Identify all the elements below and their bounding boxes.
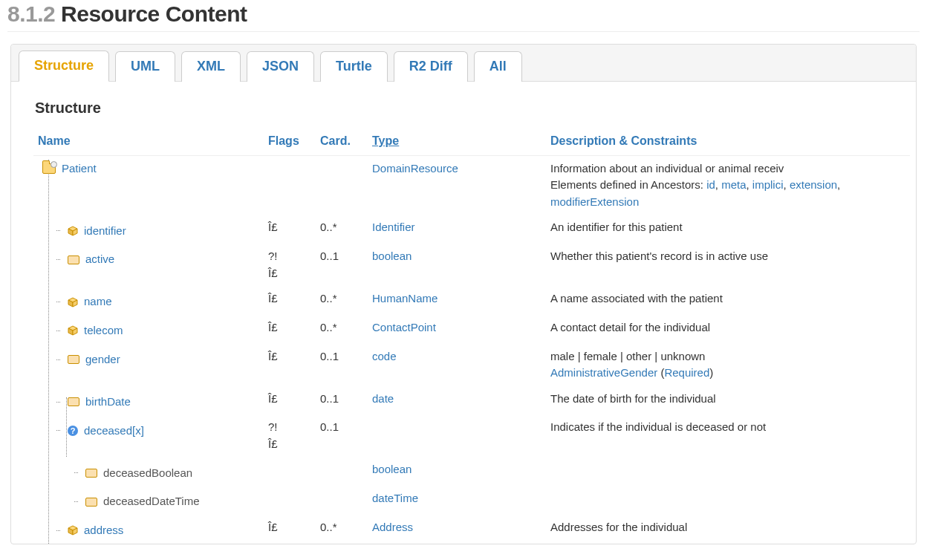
cardinality-cell: 0..1 <box>316 344 368 386</box>
type-link[interactable]: Identifier <box>372 221 415 233</box>
page-title-text: Resource Content <box>61 1 247 26</box>
table-row: nameÎ£0..*HumanNameA name associated wit… <box>33 286 910 315</box>
ancestor-link[interactable]: modifierExtension <box>550 195 639 208</box>
flags-cell <box>264 457 316 486</box>
primitive-icon <box>85 469 97 478</box>
primitive-icon <box>68 397 79 406</box>
name-cell: Patient <box>33 155 264 215</box>
type-cell: HumanName <box>368 286 546 315</box>
section-title: Structure <box>35 100 916 117</box>
cardinality-cell: 0..* <box>316 515 368 544</box>
element-name[interactable]: Patient <box>62 160 97 178</box>
datatype-icon <box>68 325 78 336</box>
ancestor-link[interactable]: id <box>706 178 715 191</box>
element-name[interactable]: identifier <box>84 223 126 240</box>
tab-xml[interactable]: XML <box>181 51 241 82</box>
flags-cell: Î£ <box>264 215 316 244</box>
type-link[interactable]: dateTime <box>372 492 418 504</box>
description-cell: A name associated with the patient <box>546 286 910 315</box>
description-cell: Indicates if the individual is deceased … <box>546 414 910 457</box>
binding-valueset-link[interactable]: AdministrativeGender <box>550 366 657 379</box>
table-row: addressÎ£0..*AddressAddresses for the in… <box>33 515 910 544</box>
type-cell: DomainResource <box>368 155 546 215</box>
element-name[interactable]: name <box>84 293 112 310</box>
ancestor-link[interactable]: extension <box>790 178 837 191</box>
type-link[interactable]: boolean <box>372 250 412 262</box>
flags-cell: ?!Î£ <box>264 244 316 286</box>
description-cell: An identifier for this patient <box>546 215 910 244</box>
cardinality-cell: 0..* <box>316 286 368 315</box>
tree-connector <box>56 530 60 531</box>
datatype-icon <box>68 525 78 535</box>
ancestor-link[interactable]: meta <box>721 178 746 191</box>
col-type[interactable]: Type <box>368 130 546 156</box>
type-link[interactable]: Address <box>372 521 413 533</box>
tab-all[interactable]: All <box>474 51 522 82</box>
element-name[interactable]: gender <box>85 351 120 368</box>
col-card[interactable]: Card. <box>316 130 368 156</box>
name-cell: deceasedDateTime <box>33 486 264 515</box>
col-name[interactable]: Name <box>33 130 264 156</box>
type-link[interactable]: boolean <box>372 463 412 475</box>
type-cell: code <box>368 344 546 386</box>
title-rule <box>7 31 920 32</box>
flags-cell: Î£ <box>264 386 316 415</box>
tree-connector <box>74 472 78 473</box>
table-row: deceasedBooleanboolean <box>33 457 910 486</box>
tree-connector <box>56 230 60 231</box>
name-cell: address <box>33 515 264 544</box>
flags-cell: ?!Î£ <box>264 414 316 457</box>
primitive-icon <box>85 498 97 507</box>
element-name[interactable]: active <box>85 251 114 268</box>
cardinality-cell <box>316 155 368 215</box>
tab-turtle[interactable]: Turtle <box>320 51 388 82</box>
table-header-row: Name Flags Card. Type Description & Cons… <box>33 130 910 156</box>
cardinality-cell: 0..1 <box>316 244 368 286</box>
tab-uml[interactable]: UML <box>115 51 175 82</box>
table-row: PatientDomainResourceInformation about a… <box>33 155 910 215</box>
col-flags[interactable]: Flags <box>264 130 316 156</box>
tree-connector <box>56 331 60 331</box>
col-desc[interactable]: Description & Constraints <box>546 130 910 156</box>
type-cell: Identifier <box>368 215 546 244</box>
element-name[interactable]: telecom <box>84 322 123 339</box>
name-cell: deceasedBoolean <box>33 457 264 486</box>
cardinality-cell: 0..* <box>316 315 368 344</box>
tree-connector <box>74 501 78 502</box>
choice-icon: ? <box>68 426 78 436</box>
type-link[interactable]: date <box>372 392 394 405</box>
tab-structure[interactable]: Structure <box>19 51 109 82</box>
cardinality-cell: 0..1 <box>316 386 368 415</box>
binding-strength-link[interactable]: Required <box>664 366 709 379</box>
cardinality-cell: 0..1 <box>316 414 368 457</box>
table-row: ?deceased[x]?!Î£0..1Indicates if the ind… <box>33 414 910 457</box>
name-cell: ?deceased[x] <box>33 414 264 457</box>
type-link[interactable]: ContactPoint <box>372 321 436 333</box>
ancestor-link[interactable]: implici <box>752 178 784 191</box>
datatype-icon <box>68 297 78 307</box>
tab-r2diff[interactable]: R2 Diff <box>394 51 468 82</box>
element-name: deceasedDateTime <box>103 493 200 510</box>
content-panel: StructureUMLXMLJSONTurtleR2 DiffAll Stru… <box>10 44 917 544</box>
type-cell <box>368 414 546 457</box>
element-name[interactable]: deceased[x] <box>84 423 144 440</box>
flags-cell: Î£ <box>264 344 316 386</box>
folder-icon <box>42 163 56 174</box>
element-name[interactable]: address <box>84 522 123 539</box>
flags-cell: Î£ <box>264 286 316 315</box>
flags-cell: Î£ <box>264 515 316 544</box>
section-number: 8.1.2 <box>7 1 55 26</box>
cardinality-cell: 0..* <box>316 215 368 244</box>
description-cell: Addresses for the individual <box>546 515 910 544</box>
type-link[interactable]: DomainResource <box>372 162 458 175</box>
type-link[interactable]: HumanName <box>372 292 438 305</box>
element-name[interactable]: birthDate <box>85 394 131 411</box>
type-link[interactable]: code <box>372 350 397 362</box>
tab-json[interactable]: JSON <box>247 51 314 82</box>
page: 8.1.2 Resource Content StructureUMLXMLJS… <box>0 0 927 544</box>
type-cell: date <box>368 386 546 415</box>
tree-connector <box>56 259 60 260</box>
type-cell: boolean <box>368 244 546 286</box>
description-cell: A contact detail for the individual <box>546 315 910 344</box>
name-cell: telecom <box>33 315 264 344</box>
